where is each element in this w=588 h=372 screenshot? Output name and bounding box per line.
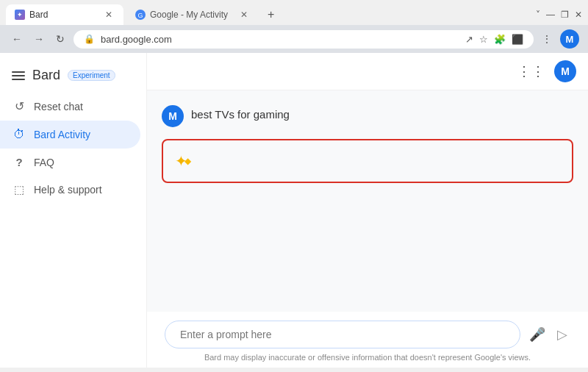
sparkle-small-icon: ◆ <box>184 156 191 166</box>
prompt-input[interactable] <box>165 321 520 348</box>
chrome-extension-icon[interactable]: ⬛ <box>512 34 523 45</box>
sidebar-header: Bard Experiment <box>0 62 146 92</box>
user-avatar[interactable]: M <box>554 60 576 82</box>
svg-text:G: G <box>137 12 143 19</box>
user-message-row: M best TVs for gaming <box>162 105 573 127</box>
sidebar-item-bard-activity[interactable]: ⏱ Bard Activity <box>0 121 140 149</box>
share-icon[interactable]: ↗ <box>465 34 473 45</box>
user-message-text: best TVs for gaming <box>191 105 290 121</box>
minimize-icon[interactable]: ˅ <box>536 10 540 20</box>
faq-icon: ? <box>12 156 26 168</box>
user-message-avatar: M <box>162 105 184 127</box>
close-window-icon[interactable]: ✕ <box>575 10 582 20</box>
reload-button[interactable]: ↻ <box>53 32 68 46</box>
top-bar-icons: ⋮⋮ M <box>517 60 576 82</box>
google-activity-tab-close[interactable]: ✕ <box>238 9 250 21</box>
forward-button[interactable]: → <box>31 32 47 46</box>
browser-profile-avatar[interactable]: M <box>560 29 579 49</box>
main-content: ⋮⋮ M M best TVs for gaming ✦ ◆ 🎤 ▷ <box>147 53 588 368</box>
bard-tab-favicon: ✦ <box>15 10 25 20</box>
bookmark-icon[interactable]: ☆ <box>479 34 488 45</box>
tab-google-activity[interactable]: G Google - My Activity ✕ <box>126 4 259 25</box>
restore-icon[interactable]: ❐ <box>561 10 569 20</box>
google-activity-tab-label: Google - My Activity <box>150 10 228 20</box>
lock-icon: 🔒 <box>84 34 95 44</box>
bard-activity-icon: ⏱ <box>12 128 26 141</box>
sidebar-item-reset-chat[interactable]: ↺ Reset chat <box>0 92 140 121</box>
send-button[interactable]: ▷ <box>554 323 570 346</box>
help-support-icon: ⬚ <box>12 183 26 196</box>
mic-button[interactable]: 🎤 <box>526 323 548 346</box>
url-bar[interactable]: 🔒 bard.google.com ↗ ☆ 🧩 ⬛ <box>74 30 534 49</box>
input-row: 🎤 ▷ <box>165 321 570 348</box>
top-bar: ⋮⋮ M <box>147 53 588 90</box>
toolbar-icons: ⋮ <box>539 31 554 47</box>
sidebar-item-faq[interactable]: ? FAQ <box>0 149 140 176</box>
profile-menu-icon[interactable]: ⋮ <box>539 31 554 47</box>
window-controls: ˅ — ❐ ✕ <box>536 10 582 20</box>
extension-icon[interactable]: 🧩 <box>494 34 506 45</box>
response-box: ✦ ◆ <box>162 139 573 183</box>
tab-bard[interactable]: ✦ Bard ✕ <box>6 4 123 25</box>
back-button[interactable]: ← <box>9 32 25 46</box>
new-tab-button[interactable]: + <box>262 5 280 24</box>
bard-tab-close[interactable]: ✕ <box>103 9 115 21</box>
bard-logo: Bard <box>32 68 60 83</box>
reset-chat-icon: ↺ <box>12 99 26 113</box>
disclaimer-text: Bard may display inaccurate or offensive… <box>204 353 531 362</box>
bard-tab-label: Bard <box>29 10 48 20</box>
title-bar: ✦ Bard ✕ G Google - My Activity ✕ + ˅ — … <box>0 0 588 25</box>
sidebar-item-reset-chat-label: Reset chat <box>34 101 83 112</box>
url-text: bard.google.com <box>101 34 459 45</box>
sidebar-item-help-support-label: Help & support <box>34 184 102 196</box>
app-container: Bard Experiment ↺ Reset chat ⏱ Bard Acti… <box>0 53 588 368</box>
address-bar: ← → ↻ 🔒 bard.google.com ↗ ☆ 🧩 ⬛ ⋮ M <box>0 25 588 53</box>
sidebar-item-bard-activity-label: Bard Activity <box>34 129 90 140</box>
grid-apps-icon[interactable]: ⋮⋮ <box>517 63 545 79</box>
url-action-icons: ↗ ☆ 🧩 ⬛ <box>465 34 523 45</box>
sidebar: Bard Experiment ↺ Reset chat ⏱ Bard Acti… <box>0 53 147 368</box>
input-area: 🎤 ▷ Bard may display inaccurate or offen… <box>147 312 588 368</box>
maximize-icon[interactable]: — <box>546 10 555 20</box>
hamburger-menu[interactable] <box>12 71 25 80</box>
google-tab-favicon: G <box>135 10 146 20</box>
sidebar-item-faq-label: FAQ <box>34 157 54 168</box>
sidebar-item-help-support[interactable]: ⬚ Help & support <box>0 176 140 204</box>
browser-chrome: ✦ Bard ✕ G Google - My Activity ✕ + ˅ — … <box>0 0 588 53</box>
experiment-badge: Experiment <box>68 70 115 81</box>
chat-area: M best TVs for gaming ✦ ◆ <box>147 90 588 312</box>
